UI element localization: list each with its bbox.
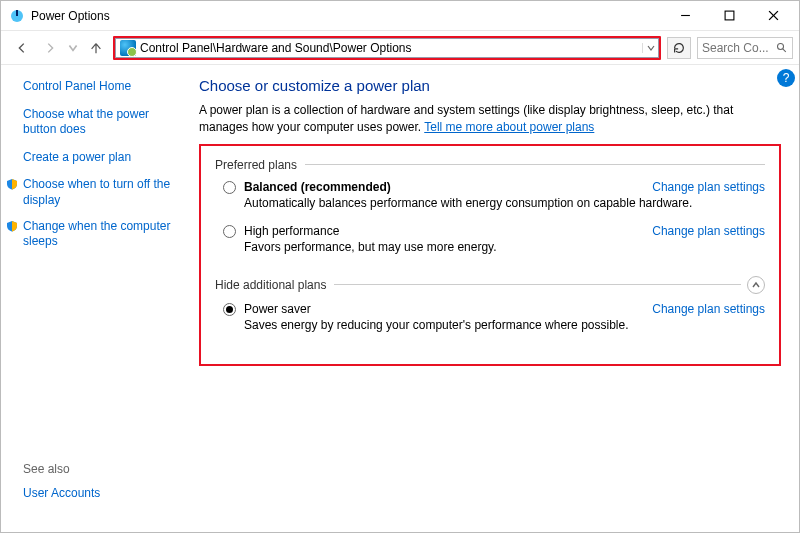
title-bar: Power Options xyxy=(1,1,799,31)
plan-balanced: Balanced (recommended) Automatically bal… xyxy=(223,180,765,210)
control-panel-icon xyxy=(120,40,136,56)
back-button[interactable] xyxy=(11,37,33,59)
see-also-section: See also User Accounts xyxy=(23,462,100,514)
change-settings-balanced[interactable]: Change plan settings xyxy=(652,180,765,194)
svg-rect-3 xyxy=(725,11,734,20)
plan-balanced-sub: Automatically balances performance with … xyxy=(244,196,765,210)
address-dropdown-icon[interactable] xyxy=(642,43,658,53)
maximize-button[interactable] xyxy=(707,2,751,30)
divider xyxy=(305,164,765,165)
help-icon[interactable]: ? xyxy=(777,69,795,87)
radio-high[interactable] xyxy=(223,225,236,238)
hide-additional-label: Hide additional plans xyxy=(215,278,334,292)
search-input[interactable] xyxy=(702,41,776,55)
collapse-toggle[interactable] xyxy=(747,276,765,294)
search-box[interactable] xyxy=(697,37,793,59)
search-icon xyxy=(776,41,788,55)
sidebar: Control Panel Home Choose what the power… xyxy=(1,65,191,532)
change-settings-high[interactable]: Change plan settings xyxy=(652,224,765,238)
radio-balanced[interactable] xyxy=(223,181,236,194)
address-bar[interactable] xyxy=(115,38,659,58)
nav-bar xyxy=(1,31,799,65)
minimize-button[interactable] xyxy=(663,2,707,30)
shield-icon xyxy=(5,219,19,233)
forward-button[interactable] xyxy=(39,37,61,59)
additional-plans-group: Hide additional plans Power saver Saves … xyxy=(215,272,765,338)
page-title: Choose or customize a power plan xyxy=(199,77,781,94)
radio-saver[interactable] xyxy=(223,303,236,316)
refresh-button[interactable] xyxy=(667,37,691,59)
recent-dropdown-icon[interactable] xyxy=(67,37,79,59)
up-button[interactable] xyxy=(85,37,107,59)
preferred-plans-label: Preferred plans xyxy=(215,158,305,172)
change-settings-saver[interactable]: Change plan settings xyxy=(652,302,765,316)
plan-saver: Power saver Saves energy by reducing you… xyxy=(223,302,765,332)
preferred-plans-group: Preferred plans Balanced (recommended) A… xyxy=(215,154,765,260)
plan-high-sub: Favors performance, but may use more ene… xyxy=(244,240,765,254)
plans-highlight-box: Preferred plans Balanced (recommended) A… xyxy=(199,144,781,366)
sidebar-link-home[interactable]: Control Panel Home xyxy=(23,79,181,95)
sidebar-link-sleep[interactable]: Change when the computer sleeps xyxy=(23,219,181,250)
see-also-user-accounts[interactable]: User Accounts xyxy=(23,486,100,502)
plan-saver-sub: Saves energy by reducing your computer's… xyxy=(244,318,765,332)
svg-rect-1 xyxy=(16,10,18,16)
sidebar-link-power-button[interactable]: Choose what the power button does xyxy=(23,107,181,138)
divider xyxy=(334,284,741,285)
shield-icon xyxy=(5,177,19,191)
sidebar-link-create-plan[interactable]: Create a power plan xyxy=(23,150,181,166)
window-title: Power Options xyxy=(31,9,663,23)
see-also-header: See also xyxy=(23,462,100,476)
address-bar-highlight xyxy=(113,36,661,60)
app-icon xyxy=(9,8,25,24)
svg-line-7 xyxy=(783,49,786,52)
close-button[interactable] xyxy=(751,2,795,30)
sidebar-link-display-off[interactable]: Choose when to turn off the display xyxy=(23,177,181,208)
page-description: A power plan is a collection of hardware… xyxy=(199,102,781,136)
svg-point-6 xyxy=(777,44,783,50)
address-input[interactable] xyxy=(140,41,642,55)
plan-high: High performance Favors performance, but… xyxy=(223,224,765,254)
learn-more-link[interactable]: Tell me more about power plans xyxy=(424,120,594,134)
main-panel: ? Choose or customize a power plan A pow… xyxy=(191,65,799,532)
